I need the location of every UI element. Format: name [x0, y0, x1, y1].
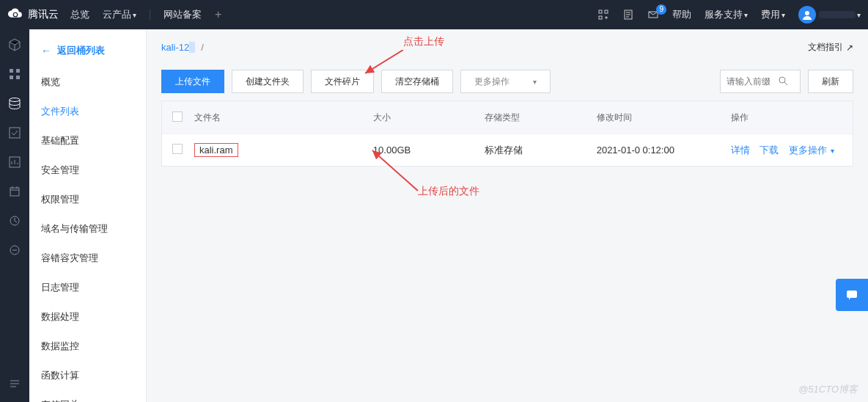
side-log[interactable]: 日志管理	[29, 273, 146, 302]
tool-icon[interactable]	[597, 9, 609, 21]
table-header: 文件名 大小 存储类型 修改时间 操作	[162, 101, 853, 134]
mail-badge: 9	[656, 4, 666, 15]
file-time: 2021-01-0 0:12:00	[597, 145, 731, 156]
svg-point-11	[10, 98, 20, 102]
nav-products[interactable]: 云产品▾	[103, 8, 136, 21]
side-domain[interactable]: 域名与传输管理	[29, 214, 146, 244]
svg-rect-1	[599, 10, 602, 13]
svg-rect-14	[10, 188, 19, 196]
op-detail[interactable]: 详情	[731, 145, 750, 156]
side-function[interactable]: 函数计算	[29, 361, 146, 390]
crumb-sep: /	[201, 42, 204, 53]
rail-check-icon[interactable]	[7, 125, 23, 141]
side-gateway[interactable]: 存储网关	[29, 390, 146, 402]
file-table: 文件名 大小 存储类型 修改时间 操作 kali.ram 10.00GB 标准存…	[161, 100, 853, 167]
brand-text: 腾讯云	[28, 8, 59, 21]
more-actions-button[interactable]: 更多操作▾	[460, 70, 551, 93]
sidebar: ← 返回桶列表 概览 文件列表 基础配置 安全管理 权限管理 域名与传输管理 容…	[29, 29, 147, 402]
th-name: 文件名	[194, 112, 373, 124]
svg-rect-2	[605, 10, 608, 13]
search-icon[interactable]	[778, 76, 788, 88]
prefix-search-input[interactable]	[727, 76, 778, 87]
rail-calendar-icon[interactable]	[7, 183, 23, 200]
refresh-button[interactable]: 刷新	[808, 70, 853, 93]
row-checkbox[interactable]	[172, 144, 183, 154]
top-bar: 腾讯云 总览 云产品▾ 网站备案 + 9 帮助 服务支持▾ 费用▾ ▾	[0, 0, 868, 29]
brand[interactable]: 腾讯云	[7, 7, 59, 23]
top-nav: 总览 云产品▾ 网站备案 +	[70, 8, 221, 21]
chevron-down-icon: ▾	[533, 78, 537, 86]
file-ops: 详情 下载 更多操作 ▾	[731, 144, 842, 157]
top-right: 9 帮助 服务支持▾ 费用▾ ▾	[597, 6, 861, 23]
op-download[interactable]: 下载	[760, 145, 779, 156]
svg-rect-8	[16, 69, 20, 73]
chevron-down-icon: ▾	[831, 147, 834, 155]
doc-guide-link[interactable]: 文档指引 ↗	[808, 41, 853, 54]
rail-cube-icon[interactable]	[7, 37, 23, 53]
rail-bar	[0, 29, 29, 402]
breadcrumb: kali-12 /	[161, 42, 204, 53]
th-time: 修改时间	[597, 112, 731, 124]
select-all-checkbox[interactable]	[172, 112, 183, 122]
mkdir-button[interactable]: 创建文件夹	[232, 70, 304, 93]
chat-icon	[845, 288, 859, 302]
back-to-buckets[interactable]: ← 返回桶列表	[29, 37, 146, 67]
svg-rect-7	[10, 69, 13, 73]
file-name[interactable]: kali.ram	[194, 143, 238, 157]
rail-clock-icon[interactable]	[7, 213, 23, 229]
user-mask	[819, 11, 856, 18]
avatar[interactable]: ▾	[798, 6, 861, 23]
svg-point-17	[779, 77, 785, 83]
nav-overview[interactable]: 总览	[70, 8, 89, 21]
th-type: 存储类型	[485, 112, 596, 124]
nav-beian[interactable]: 网站备案	[163, 8, 202, 21]
nav-help[interactable]: 帮助	[672, 8, 691, 21]
rail-grid-icon[interactable]	[7, 66, 23, 82]
rail-minus-icon[interactable]	[7, 242, 23, 258]
toolbar: 上传文件 创建文件夹 文件碎片 清空存储桶 更多操作▾ 刷新	[161, 62, 853, 100]
rail-chart-icon[interactable]	[7, 154, 23, 170]
prefix-search[interactable]	[720, 70, 801, 93]
external-icon: ↗	[846, 43, 853, 53]
rail-collapse-icon[interactable]	[7, 376, 23, 392]
upload-button[interactable]: 上传文件	[161, 70, 224, 93]
back-arrow-icon: ←	[41, 45, 51, 56]
breadcrumb-row: kali-12 / 文档指引 ↗	[161, 37, 853, 62]
side-monitor[interactable]: 数据监控	[29, 332, 146, 361]
cloud-logo-icon	[7, 7, 23, 23]
side-fault[interactable]: 容错容灾管理	[29, 244, 146, 273]
divider	[150, 10, 150, 20]
nav-fee[interactable]: 费用▾	[761, 8, 785, 21]
side-permission[interactable]: 权限管理	[29, 185, 146, 214]
file-size: 10.00GB	[373, 145, 485, 156]
th-size: 大小	[373, 112, 485, 124]
file-type: 标准存储	[485, 144, 596, 157]
side-filelist[interactable]: 文件列表	[29, 97, 146, 126]
empty-bucket-button[interactable]: 清空存储桶	[381, 70, 453, 93]
chat-float-button[interactable]	[836, 279, 868, 311]
svg-rect-3	[599, 16, 602, 19]
main-area: kali-12 / 文档指引 ↗ 上传文件 创建文件夹 文件碎片 清空存储桶 更…	[147, 29, 868, 402]
svg-rect-9	[10, 76, 13, 79]
crumb-bucket[interactable]: kali-12	[161, 42, 195, 53]
table-row: kali.ram 10.00GB 标准存储 2021-01-0 0:12:00 …	[162, 134, 853, 166]
side-basic[interactable]: 基础配置	[29, 126, 146, 156]
fragment-button[interactable]: 文件碎片	[311, 70, 374, 93]
side-overview[interactable]: 概览	[29, 67, 146, 97]
mail-icon[interactable]: 9	[647, 9, 659, 21]
back-label: 返回桶列表	[57, 44, 105, 57]
doc-icon[interactable]	[622, 9, 634, 21]
svg-rect-10	[16, 76, 20, 79]
svg-rect-12	[10, 128, 20, 138]
side-dataproc[interactable]: 数据处理	[29, 302, 146, 332]
svg-point-6	[805, 11, 809, 15]
rail-storage-icon[interactable]	[7, 95, 23, 112]
th-ops: 操作	[731, 112, 842, 124]
annotation-after-upload: 上传后的文件	[418, 185, 479, 198]
svg-rect-20	[847, 290, 857, 298]
nav-service[interactable]: 服务支持▾	[705, 8, 748, 21]
side-security[interactable]: 安全管理	[29, 156, 146, 185]
watermark: @51CTO博客	[798, 383, 858, 396]
nav-add-icon[interactable]: +	[215, 8, 221, 21]
op-more[interactable]: 更多操作 ▾	[789, 145, 835, 156]
